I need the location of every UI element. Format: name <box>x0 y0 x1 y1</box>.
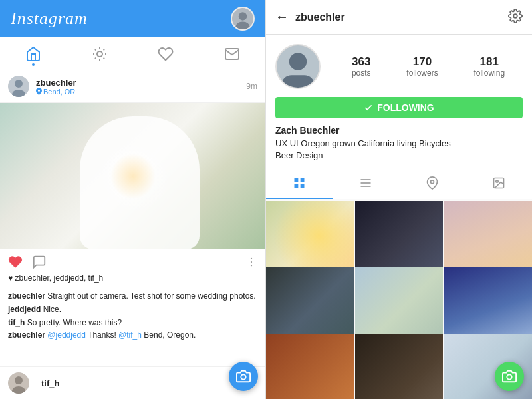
svg-rect-18 <box>295 178 299 182</box>
home-nav-icon[interactable] <box>20 41 47 67</box>
explore-nav-icon[interactable] <box>86 41 113 67</box>
more-button[interactable] <box>245 256 257 268</box>
posts-label: posts <box>352 68 371 78</box>
photo-cell-7[interactable] <box>266 334 354 399</box>
comment-1-user[interactable]: zbuechler <box>8 291 45 301</box>
post-username[interactable]: zbuechler <box>36 78 246 88</box>
svg-point-25 <box>431 180 434 184</box>
instagram-logo: Instagram <box>11 9 88 29</box>
svg-point-9 <box>251 265 252 266</box>
svg-point-14 <box>513 14 517 18</box>
right-header: ← zbuechler <box>266 0 532 35</box>
profile-bio: UX UI Oregon grown California living Bic… <box>275 138 523 162</box>
svg-rect-19 <box>301 178 305 182</box>
next-post-username[interactable]: tif_h <box>41 378 59 388</box>
bio-line1: UX UI Oregon grown California living Bic… <box>275 138 451 148</box>
svg-point-7 <box>251 258 252 259</box>
liked-by: zbuechler, jeddjedd, tif_h <box>15 273 103 283</box>
comment-4: zbuechler @jeddjedd Thanks! @tif_h Bend,… <box>8 330 257 341</box>
svg-point-27 <box>496 180 498 182</box>
profile-header-username: zbuechler <box>295 11 508 23</box>
svg-point-16 <box>289 53 307 70</box>
likes-text: ♥ zbuechler, jeddjedd, tif_h <box>8 273 257 283</box>
svg-rect-21 <box>301 184 305 188</box>
comment-button[interactable] <box>32 255 47 269</box>
post-user-avatar[interactable] <box>8 76 29 97</box>
comment-2-text: Nice. <box>43 305 61 314</box>
settings-icon[interactable] <box>508 9 523 26</box>
followers-count: 170 <box>406 55 438 68</box>
svg-rect-17 <box>282 75 315 89</box>
svg-point-8 <box>251 261 252 263</box>
next-post-preview: tif_h <box>0 366 265 399</box>
svg-point-28 <box>507 374 511 379</box>
mention-1[interactable]: @jeddjedd <box>47 331 86 340</box>
post-footer: zbuechler Straight out of camera. Test s… <box>0 288 265 348</box>
comment-2-user[interactable]: jeddjedd <box>8 305 41 314</box>
following-count: 181 <box>473 55 505 68</box>
post-actions: ♥ zbuechler, jeddjedd, tif_h <box>0 249 265 288</box>
posts-stat: 363 posts <box>352 55 371 78</box>
left-header: Instagram <box>0 0 265 37</box>
light-flare <box>93 136 173 216</box>
svg-point-1 <box>239 12 247 20</box>
post-location[interactable]: Bend, OR <box>36 88 246 96</box>
tab-grid[interactable] <box>266 168 332 199</box>
svg-rect-20 <box>295 184 299 188</box>
tab-tag[interactable] <box>466 168 532 199</box>
next-post-avatar[interactable] <box>8 372 29 394</box>
comment-1: zbuechler Straight out of camera. Test s… <box>8 291 257 302</box>
camera-fab-right[interactable] <box>495 362 524 391</box>
followers-stat: 170 followers <box>406 55 438 78</box>
profile-top: 363 posts 170 followers 181 following <box>275 44 523 89</box>
mention-2[interactable]: @tif_h <box>118 331 142 340</box>
activity-nav-icon[interactable] <box>152 41 179 67</box>
following-label: following <box>473 68 505 78</box>
profile-avatar[interactable] <box>275 44 321 89</box>
comment-4-user[interactable]: zbuechler <box>8 331 45 340</box>
post-location-text: Bend, OR <box>43 88 75 96</box>
following-button[interactable]: FOLLOWING <box>275 97 523 118</box>
post-time: 9m <box>246 82 257 91</box>
tab-location[interactable] <box>399 168 466 199</box>
header-avatar[interactable] <box>231 7 255 31</box>
followers-label: followers <box>406 68 438 78</box>
photo-7-inner <box>266 334 354 399</box>
comment-1-text: Straight out of camera. Test shot for so… <box>47 291 255 301</box>
stats-row: 363 posts 170 followers 181 following <box>334 55 523 78</box>
post-image <box>0 103 266 249</box>
profile-name: Zach Buechler <box>275 125 523 136</box>
svg-point-3 <box>97 51 102 57</box>
posts-count: 363 <box>352 55 371 68</box>
following-button-label: FOLLOWING <box>377 102 434 113</box>
svg-point-5 <box>15 80 23 88</box>
nav-dot <box>32 63 35 66</box>
svg-point-11 <box>15 376 23 384</box>
comment-3: tif_h So pretty. Where was this? <box>8 317 257 329</box>
following-stat: 181 following <box>473 55 505 78</box>
comment-3-text: So pretty. Where was this? <box>27 318 122 327</box>
post-header-info: zbuechler Bend, OR <box>36 78 246 96</box>
comment-2: jeddjedd Nice. <box>8 304 257 315</box>
photo-8-inner <box>355 334 443 399</box>
action-row <box>8 255 257 269</box>
svg-point-13 <box>241 374 245 379</box>
left-nav <box>0 37 265 70</box>
bio-line2: Beer Design <box>275 150 323 160</box>
left-panel: Instagram <box>0 0 266 399</box>
right-panel: ← zbuechler <box>266 0 532 399</box>
camera-fab-left[interactable] <box>229 362 258 391</box>
profile-tabs <box>266 168 532 200</box>
like-button[interactable] <box>8 255 23 269</box>
photo-grid <box>266 201 532 399</box>
tab-list[interactable] <box>332 168 399 199</box>
profile-section: 363 posts 170 followers 181 following <box>266 35 532 168</box>
post-header: zbuechler Bend, OR 9m <box>0 70 265 103</box>
photo-cell-8[interactable] <box>355 334 443 399</box>
comment-4-text-2: Thanks! <box>88 331 118 340</box>
comment-3-user[interactable]: tif_h <box>8 318 25 327</box>
comment-4-text-3: Bend, Oregon. <box>144 331 196 340</box>
inbox-nav-icon[interactable] <box>219 41 245 67</box>
back-button[interactable]: ← <box>275 9 289 25</box>
